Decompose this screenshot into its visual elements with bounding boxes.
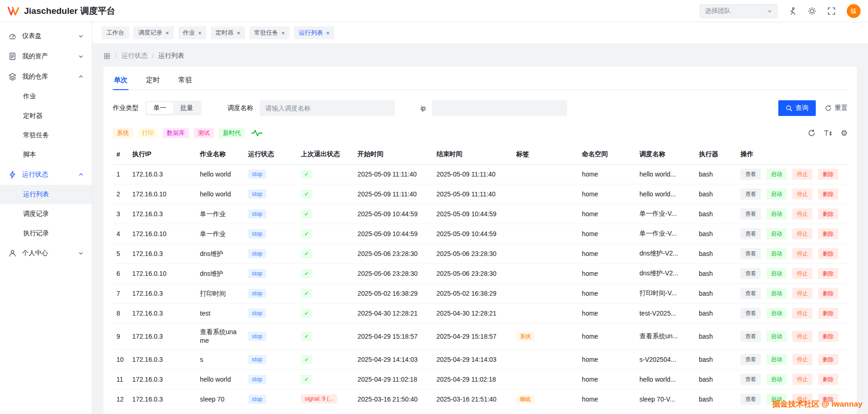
stop-button[interactable]: 停止: [792, 308, 813, 319]
close-icon[interactable]: ×: [281, 30, 285, 36]
delete-button[interactable]: 删除: [818, 248, 838, 259]
tab-once[interactable]: 单次: [113, 73, 128, 90]
view-button[interactable]: 查看: [740, 169, 761, 180]
sidebar-item-dashboard[interactable]: 仪表盘: [0, 26, 92, 46]
sidebar-item-timers[interactable]: 定时器: [0, 106, 92, 126]
view-button[interactable]: 查看: [740, 331, 761, 342]
view-button[interactable]: 查看: [740, 208, 761, 219]
sidebar-item-scripts[interactable]: 脚本: [0, 145, 92, 164]
stop-button[interactable]: 停止: [792, 248, 813, 259]
tag-test[interactable]: 测试: [194, 128, 214, 138]
delete-button[interactable]: 删除: [818, 189, 838, 200]
settings-gear-icon[interactable]: ⚙: [841, 129, 848, 137]
col-sched-name: 调度名称: [636, 145, 695, 164]
stop-button[interactable]: 停止: [792, 268, 813, 279]
start-button[interactable]: 启动: [766, 189, 787, 200]
tab-label: 作业: [183, 29, 195, 37]
tag-print[interactable]: 打印: [138, 128, 158, 138]
exit-error-badge: signal: 9 (...: [301, 394, 337, 403]
user-activity-icon[interactable]: [789, 7, 797, 15]
view-button[interactable]: 查看: [740, 288, 761, 299]
tab-resident[interactable]: 常驻: [177, 73, 193, 90]
job-type-batch-button[interactable]: 批量: [173, 102, 200, 114]
start-button[interactable]: 启动: [766, 354, 787, 365]
refresh-table-icon[interactable]: [808, 129, 815, 137]
tab-workbench[interactable]: 工作台: [102, 26, 129, 39]
tab-resident-tasks[interactable]: 常驻任务×: [250, 26, 290, 39]
stop-button[interactable]: 停止: [792, 228, 813, 239]
view-button[interactable]: 查看: [740, 308, 761, 319]
sidebar-item-jobs[interactable]: 作业: [0, 87, 92, 106]
apps-grid-icon[interactable]: [104, 53, 110, 60]
close-icon[interactable]: ×: [165, 30, 169, 36]
sidebar-item-assets[interactable]: 我的资产: [0, 46, 92, 67]
stop-button[interactable]: 停止: [792, 374, 813, 385]
view-button[interactable]: 查看: [740, 354, 761, 365]
sidebar-item-run-list[interactable]: 运行列表: [0, 185, 92, 204]
view-button[interactable]: 查看: [740, 394, 761, 405]
tag-new-era[interactable]: 新时代: [219, 128, 245, 138]
tab-jobs[interactable]: 作业×: [178, 26, 207, 39]
sched-name-input[interactable]: [260, 100, 395, 116]
view-button[interactable]: 查看: [740, 228, 761, 239]
sidebar-item-exec-records[interactable]: 执行记录: [0, 224, 92, 243]
stop-button[interactable]: 停止: [792, 331, 813, 342]
sidebar-item-run-status[interactable]: 运行状态: [0, 164, 92, 185]
delete-button[interactable]: 删除: [818, 374, 838, 385]
view-button[interactable]: 查看: [740, 268, 761, 279]
team-select[interactable]: 选择团队: [700, 4, 777, 18]
view-button[interactable]: 查看: [740, 248, 761, 259]
tag-system[interactable]: 系统: [113, 128, 133, 138]
stop-button[interactable]: 停止: [792, 189, 813, 200]
start-button[interactable]: 启动: [766, 208, 787, 219]
start-button[interactable]: 启动: [766, 374, 787, 385]
start-button[interactable]: 启动: [766, 288, 787, 299]
delete-button[interactable]: 删除: [818, 308, 838, 319]
view-button[interactable]: 查看: [740, 189, 761, 200]
stop-button[interactable]: 停止: [792, 354, 813, 365]
close-icon[interactable]: ×: [198, 30, 202, 36]
start-button[interactable]: 启动: [766, 169, 787, 180]
ip-input[interactable]: [432, 100, 567, 116]
avatar[interactable]: 猛: [847, 4, 861, 18]
view-button[interactable]: 查看: [740, 374, 761, 385]
reset-button[interactable]: 重置: [825, 104, 848, 112]
sidebar-item-resident-tasks[interactable]: 常驻任务: [0, 126, 92, 145]
sidebar-item-personal-center[interactable]: 个人中心: [0, 243, 92, 263]
delete-button[interactable]: 删除: [818, 169, 838, 180]
start-button[interactable]: 启动: [766, 308, 787, 319]
tab-scheduled[interactable]: 定时: [145, 73, 161, 90]
start-button[interactable]: 启动: [766, 268, 787, 279]
tag-database[interactable]: 数据库: [163, 128, 189, 138]
stop-button[interactable]: 停止: [792, 288, 813, 299]
stop-button[interactable]: 停止: [792, 169, 813, 180]
delete-button[interactable]: 删除: [818, 268, 838, 279]
tab-timers[interactable]: 定时器×: [211, 26, 245, 39]
start-button[interactable]: 启动: [766, 331, 787, 342]
avatar-text: 猛: [851, 7, 857, 15]
delete-button[interactable]: 删除: [818, 331, 838, 342]
search-button[interactable]: 查询: [778, 100, 816, 116]
delete-button[interactable]: 删除: [818, 228, 838, 239]
fullscreen-icon[interactable]: [827, 7, 836, 15]
delete-button[interactable]: 删除: [818, 288, 838, 299]
stop-button[interactable]: 停止: [792, 208, 813, 219]
pulse-icon[interactable]: [251, 129, 263, 137]
sidebar-item-repo[interactable]: 我的仓库: [0, 67, 92, 87]
team-select-value: 选择团队: [705, 7, 731, 15]
theme-sun-icon[interactable]: [808, 7, 816, 15]
start-button[interactable]: 启动: [766, 228, 787, 239]
chevron-up-icon: [78, 172, 84, 177]
tab-schedule-records[interactable]: 调度记录×: [134, 26, 174, 39]
start-button[interactable]: 启动: [766, 248, 787, 259]
col-tags: 标签: [513, 145, 578, 164]
close-icon[interactable]: ×: [237, 30, 240, 36]
breadcrumb-run-status[interactable]: 运行状态: [122, 52, 147, 60]
close-icon[interactable]: ×: [326, 30, 330, 36]
font-size-icon[interactable]: [824, 129, 832, 137]
delete-button[interactable]: 删除: [818, 354, 838, 365]
delete-button[interactable]: 删除: [818, 208, 838, 219]
job-type-single-button[interactable]: 单一: [147, 102, 173, 114]
tab-run-list[interactable]: 运行列表×: [294, 26, 334, 39]
sidebar-item-schedule-records[interactable]: 调度记录: [0, 204, 92, 224]
